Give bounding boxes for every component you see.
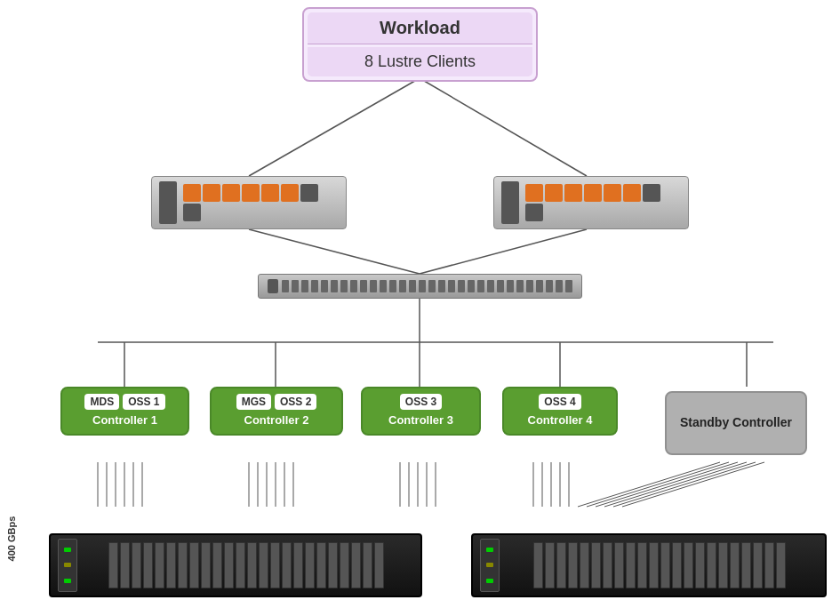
controller-4: OSS 4 Controller 4 [502, 387, 618, 436]
architecture-diagram: Workload 8 Lustre Clients [0, 0, 840, 616]
standby-name: Standby Controller [680, 415, 792, 429]
controller-3: OSS 3 Controller 3 [361, 387, 481, 436]
c3-name: Controller 3 [388, 413, 453, 427]
c1-tag-oss1: OSS 1 [123, 394, 164, 410]
connection-lines [0, 0, 840, 616]
server-1 [151, 176, 347, 229]
svg-line-2 [249, 229, 420, 274]
workload-title: Workload [308, 12, 532, 44]
svg-line-33 [578, 462, 720, 507]
c2-tag-mgs: MGS [236, 394, 271, 410]
svg-line-3 [420, 229, 587, 274]
standby-controller: Standby Controller [665, 391, 807, 455]
storage-array-left [49, 533, 422, 597]
server-2 [493, 176, 689, 229]
c4-tag-oss4: OSS 4 [539, 394, 580, 410]
svg-line-35 [596, 462, 738, 507]
c1-tag-mds: MDS [84, 394, 119, 410]
c2-name: Controller 2 [244, 413, 309, 427]
c3-tag-oss3: OSS 3 [400, 394, 442, 410]
controller-1: MDS OSS 1 Controller 1 [60, 387, 189, 436]
svg-line-34 [587, 462, 729, 507]
c4-name: Controller 4 [528, 413, 593, 427]
svg-line-38 [622, 462, 764, 507]
controller-2: MGS OSS 2 Controller 2 [210, 387, 343, 436]
c1-name: Controller 1 [92, 413, 157, 427]
lustre-clients-label: 8 Lustre Clients [308, 47, 532, 76]
svg-line-37 [613, 462, 756, 507]
workload-box: Workload 8 Lustre Clients [302, 7, 538, 82]
svg-line-0 [249, 78, 420, 176]
c2-tag-oss2: OSS 2 [275, 394, 316, 410]
svg-line-36 [604, 462, 747, 507]
storage-array-right [471, 533, 827, 597]
bandwidth-label: 400 GBps [6, 516, 17, 562]
network-switch [258, 274, 582, 299]
svg-line-1 [420, 78, 587, 176]
